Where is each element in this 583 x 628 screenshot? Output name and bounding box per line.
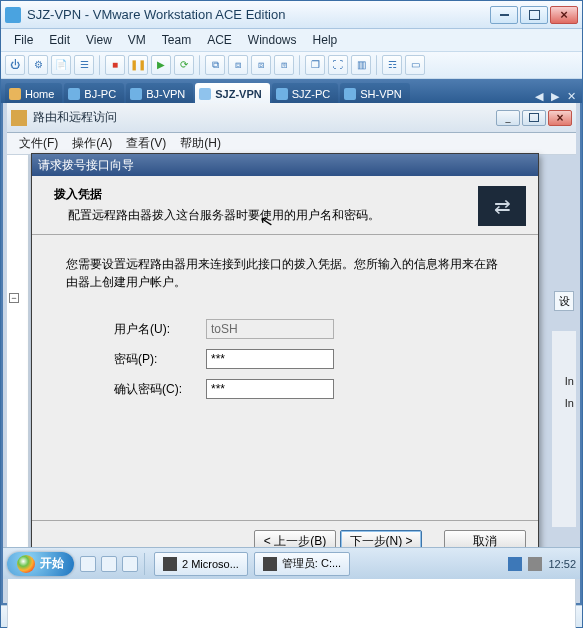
tb-unity[interactable]: ❐ — [305, 55, 325, 75]
start-label: 开始 — [40, 555, 64, 572]
separator — [99, 55, 100, 75]
minimize-button[interactable] — [490, 6, 518, 24]
separator — [199, 55, 200, 75]
tb-play[interactable]: ▶ — [151, 55, 171, 75]
taskbar: 开始 2 Microso... 管理员: C:... — [3, 547, 580, 579]
side-button[interactable]: 设 — [554, 291, 574, 311]
clock[interactable]: 12:52 — [548, 558, 576, 570]
menu-windows[interactable]: Windows — [241, 31, 304, 49]
ql-ie-icon[interactable] — [101, 556, 117, 572]
ql-explorer-icon[interactable] — [80, 556, 96, 572]
tb-multimon[interactable]: ▥ — [351, 55, 371, 75]
separator — [376, 55, 377, 75]
tb-settings[interactable]: ⚙ — [28, 55, 48, 75]
tab-next-icon[interactable]: ▶ — [548, 89, 562, 103]
tree-pane-fragment: − — [7, 155, 29, 563]
rras-menu-view[interactable]: 查看(V) — [120, 133, 172, 154]
titlebar: SJZ-VPN - VMware Workstation ACE Edition — [1, 1, 582, 29]
home-icon — [9, 88, 21, 100]
wizard-title: 请求拨号接口向导 — [32, 154, 538, 176]
rras-min-button[interactable]: _ — [496, 110, 520, 126]
cmd-icon — [263, 557, 277, 571]
tab-sh-vpn[interactable]: SH-VPN — [340, 83, 410, 103]
window-buttons — [490, 6, 578, 24]
tb-file[interactable]: 📄 — [51, 55, 71, 75]
tb-console[interactable]: ▭ — [405, 55, 425, 75]
side-text: In — [565, 397, 574, 409]
rras-menu-help[interactable]: 帮助(H) — [174, 133, 227, 154]
task-icon — [163, 557, 177, 571]
rras-title: 路由和远程访问 — [33, 109, 496, 126]
username-field — [206, 319, 334, 339]
side-text: In — [565, 375, 574, 387]
tb-snap-mgr[interactable]: ⧆ — [274, 55, 294, 75]
vm-icon — [199, 88, 211, 100]
window-title: SJZ-VPN - VMware Workstation ACE Edition — [27, 7, 490, 22]
toolbar: ⏻ ⚙ 📄 ☰ ■ ❚❚ ▶ ⟳ ⧉ ⧈ ⧇ ⧆ ❐ ⛶ ▥ ☶ ▭ — [1, 51, 582, 79]
tb-library[interactable]: ☰ — [74, 55, 94, 75]
tab-home[interactable]: Home — [5, 83, 62, 103]
menu-file[interactable]: File — [7, 31, 40, 49]
rras-menu-file[interactable]: 文件(F) — [13, 133, 64, 154]
tb-fullscreen[interactable]: ⛶ — [328, 55, 348, 75]
side-fragment: 设 In In — [552, 331, 576, 527]
guest-screen[interactable]: 路由和远程访问 _ 文件(F) 操作(A) 查看(V) 帮助(H) − 设 In… — [1, 103, 582, 605]
rras-restore-button[interactable] — [522, 110, 546, 126]
vm-icon — [276, 88, 288, 100]
menu-team[interactable]: Team — [155, 31, 198, 49]
tb-reset[interactable]: ⟳ — [174, 55, 194, 75]
tb-poweroff[interactable]: ⏻ — [5, 55, 25, 75]
rras-menu-action[interactable]: 操作(A) — [66, 133, 118, 154]
tb-stop[interactable]: ■ — [105, 55, 125, 75]
tab-bj-vpn[interactable]: BJ-VPN — [126, 83, 193, 103]
task-item[interactable]: 管理员: C:... — [254, 552, 350, 576]
rras-icon — [11, 110, 27, 126]
vm-tabs: Home BJ-PC BJ-VPN SJZ-VPN SJZ-PC SH-VPN … — [1, 79, 582, 103]
wizard-description: 您需要设置远程路由器用来连接到此接口的拨入凭据。您所输入的信息将用来在路由器上创… — [66, 255, 508, 291]
tab-sjz-vpn[interactable]: SJZ-VPN — [195, 83, 269, 103]
maximize-button[interactable] — [520, 6, 548, 24]
rras-titlebar: 路由和远程访问 _ — [7, 103, 576, 133]
windows-orb-icon — [17, 555, 35, 573]
tree-collapse-icon[interactable]: − — [9, 293, 19, 303]
tb-pause[interactable]: ❚❚ — [128, 55, 148, 75]
password-field[interactable] — [206, 349, 334, 369]
ql-desktop-icon[interactable] — [122, 556, 138, 572]
tb-snap-revert[interactable]: ⧇ — [251, 55, 271, 75]
menu-view[interactable]: View — [79, 31, 119, 49]
tab-close-icon[interactable]: ✕ — [564, 89, 578, 103]
system-tray: 12:52 — [508, 557, 576, 571]
start-button[interactable]: 开始 — [7, 552, 74, 576]
task-label: 2 Microso... — [182, 558, 239, 570]
tab-prev-icon[interactable]: ◀ — [532, 89, 546, 103]
tab-label: Home — [25, 88, 54, 100]
tab-label: SH-VPN — [360, 88, 402, 100]
task-label: 管理员: C:... — [282, 556, 341, 571]
username-label: 用户名(U): — [114, 321, 206, 338]
tb-summary[interactable]: ☶ — [382, 55, 402, 75]
wizard-body: 您需要设置远程路由器用来连接到此接口的拨入凭据。您所输入的信息将用来在路由器上创… — [32, 235, 538, 520]
tab-bj-pc[interactable]: BJ-PC — [64, 83, 124, 103]
wizard-header-title: 拨入凭据 — [54, 186, 478, 203]
tray-sound-icon[interactable] — [528, 557, 542, 571]
task-item[interactable]: 2 Microso... — [154, 552, 248, 576]
menu-ace[interactable]: ACE — [200, 31, 239, 49]
menu-help[interactable]: Help — [306, 31, 345, 49]
password-label: 密码(P): — [114, 351, 206, 368]
menu-edit[interactable]: Edit — [42, 31, 77, 49]
separator — [144, 553, 148, 575]
menu-vm[interactable]: VM — [121, 31, 153, 49]
menubar: File Edit View VM Team ACE Windows Help — [1, 29, 582, 51]
tab-label: SJZ-VPN — [215, 88, 261, 100]
vmware-icon — [5, 7, 21, 23]
vm-icon — [130, 88, 142, 100]
rras-close-button[interactable] — [548, 110, 572, 126]
tb-snapshot[interactable]: ⧉ — [205, 55, 225, 75]
vm-icon — [344, 88, 356, 100]
close-button[interactable] — [550, 6, 578, 24]
confirm-password-field[interactable] — [206, 379, 334, 399]
wizard-header: 拨入凭据 配置远程路由器拨入这台服务器时要使用的用户名和密码。 ⇄ — [32, 176, 538, 235]
tab-sjz-pc[interactable]: SJZ-PC — [272, 83, 339, 103]
tb-snap-take[interactable]: ⧈ — [228, 55, 248, 75]
tray-network-icon[interactable] — [508, 557, 522, 571]
